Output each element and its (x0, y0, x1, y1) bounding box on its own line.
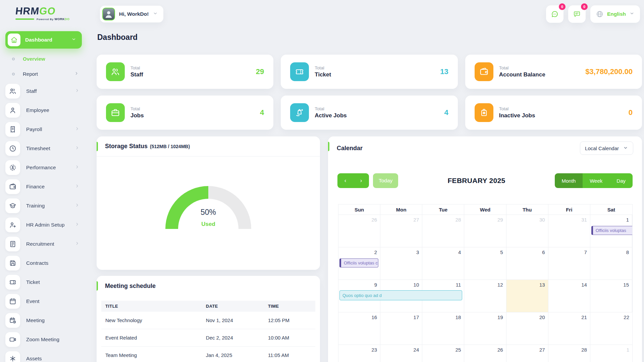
calendar-day-cell[interactable]: 21 (548, 312, 590, 345)
stat-card-jobs: TotalJobs4 (97, 96, 273, 130)
day-header-wed: Wed (464, 204, 506, 215)
sidebar-item-performance[interactable]: Performance (5, 158, 87, 177)
calendar-day-cell[interactable]: 20 (506, 312, 548, 345)
briefcase-icon (106, 103, 125, 122)
calendar-today-button[interactable]: Today (373, 173, 398, 188)
calendar-day-cell[interactable]: 16 (338, 312, 380, 345)
avatar (102, 8, 115, 20)
calendar-view-month-button[interactable]: Month (555, 173, 583, 188)
calendar-day-cell[interactable]: 26 (338, 215, 380, 247)
language-selector[interactable]: English (590, 5, 640, 23)
calendar-day-cell[interactable]: 8 (590, 247, 632, 280)
calendar-day-cell[interactable]: 17 (380, 312, 422, 345)
chat-badge: 0 (559, 3, 566, 10)
calendar-day-cell[interactable]: 28 (548, 345, 590, 362)
card-accent-bar (97, 281, 98, 291)
stat-text: TotalStaff (130, 65, 143, 78)
chat-button[interactable]: 0 (546, 5, 564, 23)
messages-badge: 0 (581, 3, 588, 10)
calendar-day-cell[interactable]: 26 (464, 345, 506, 362)
calendar-event[interactable]: Quos optio quo ad d (339, 290, 462, 300)
day-header-tue: Tue (422, 204, 464, 215)
calendar-day-cell[interactable]: 28 (422, 215, 464, 247)
card-accent-bar (328, 142, 329, 151)
stat-card-account-balance: TotalAccount Balance$3,780,200.00 (465, 55, 642, 89)
sidebar-item-hr-admin-setup[interactable]: HR Admin Setup (5, 215, 87, 234)
sidebar-item-meeting[interactable]: Meeting (5, 311, 87, 330)
calendar-day-cell[interactable]: 3 (380, 247, 422, 280)
sidebar-item-finance[interactable]: Finance (5, 177, 87, 196)
calendar-day-cell[interactable]: 22 (590, 312, 632, 345)
calendar-day-cell[interactable]: 4 (422, 247, 464, 280)
calendar-month-title: FEBRUARY 2025 (398, 177, 554, 185)
calendar-day-cell[interactable]: 7 (548, 247, 590, 280)
sidebar-item-label: Zoom Meeting (26, 337, 59, 343)
user-menu[interactable]: Hi, WorkDo! (100, 6, 163, 22)
calendar-card: Calendar Local Calendar ‹ › Today FEBRUA… (328, 136, 642, 362)
sidebar-item-label: Recruitment (26, 241, 54, 247)
calendar-day-cell[interactable]: 30 (506, 215, 548, 247)
calendar-day-cell[interactable]: 29 (464, 215, 506, 247)
sidebar-item-zoom-meeting[interactable]: Zoom Meeting (5, 330, 87, 349)
calendar-day-cell[interactable]: 19 (464, 312, 506, 345)
calendar-day-cell[interactable]: 27 (380, 215, 422, 247)
sidebar-item-label: Event (26, 298, 40, 304)
chevron-right-icon (74, 71, 79, 77)
day-header-sun: Sun (338, 204, 380, 215)
calendar-day-cell[interactable]: 31 (548, 215, 590, 247)
calendar-prev-button[interactable]: ‹ (337, 173, 353, 188)
sidebar-item-payroll[interactable]: Payroll (5, 120, 87, 139)
messages-button[interactable]: 0 (568, 5, 586, 23)
sidebar-item-label: Ticket (26, 279, 40, 285)
main-content: Hi, WorkDo! 0 0 English Dashboard TotalS… (87, 0, 644, 362)
message-square-icon (573, 10, 581, 18)
calendar-day-cell[interactable]: 1 (590, 345, 632, 362)
calendar-day-cell[interactable]: 14 (548, 280, 590, 312)
calendar-day-cell[interactable]: 12 (464, 280, 506, 312)
sidebar-item-assets[interactable]: Assets (5, 349, 87, 362)
calendar-day-cell[interactable]: 13 (506, 280, 548, 312)
sidebar-item-dashboard[interactable]: Dashboard (5, 31, 82, 49)
calendar-view-day-button[interactable]: Day (609, 173, 633, 188)
calendar-day-cell[interactable]: 5 (464, 247, 506, 280)
calendar-event[interactable]: Officiis voluptas c (339, 258, 378, 267)
calendar-day-cell[interactable]: 24 (380, 345, 422, 362)
chevron-down-icon (629, 11, 635, 17)
sidebar-item-training[interactable]: Training (5, 196, 87, 215)
calendar-next-button[interactable]: › (353, 173, 369, 188)
calendar-week-row: 2627282930311Officiis voluptas (338, 215, 632, 247)
chevron-right-icon (74, 202, 80, 209)
calendar-view-week-button[interactable]: Week (583, 173, 609, 188)
calendar-toolbar: ‹ › Today FEBRUARY 2025 MonthWeekDay (328, 173, 642, 188)
chevron-right-icon (74, 88, 80, 95)
sidebar-item-employee[interactable]: Employee (5, 101, 87, 120)
sidebar-item-label: Finance (26, 184, 45, 190)
calendar-day-cell[interactable]: 23 (338, 345, 380, 362)
calendar-event[interactable]: Officiis voluptas (591, 226, 632, 235)
calendar-day-cell[interactable]: 25 (422, 345, 464, 362)
calendar-source-select[interactable]: Local Calendar (580, 141, 633, 155)
sidebar-item-contracts[interactable]: Contracts (5, 253, 87, 273)
stat-value: 13 (440, 67, 448, 76)
calendar-day-cell[interactable]: 6 (506, 247, 548, 280)
meeting-col-header: TITLE (101, 301, 202, 312)
calendar-day-cell[interactable]: 27 (506, 345, 548, 362)
table-row: Team MeetingJan 4, 202511:05 AM (101, 347, 315, 362)
sidebar-subitem-overview[interactable]: Overview (5, 51, 87, 66)
calendar-day-cell[interactable]: 15 (590, 280, 632, 312)
chevron-right-icon (74, 222, 80, 228)
sidebar-subitem-report[interactable]: Report (5, 66, 87, 81)
sidebar-item-timesheet[interactable]: Timesheet (5, 139, 87, 158)
stat-text: TotalActive Jobs (315, 106, 346, 119)
calendar-day-cell[interactable]: 18 (422, 312, 464, 345)
sidebar-item-recruitment[interactable]: Recruitment (5, 234, 87, 253)
app-logo[interactable]: HRMGO Powered By WORKDO (5, 5, 87, 21)
save-icon (5, 256, 20, 270)
calendar-title: Calendar (337, 145, 363, 152)
sidebar-item-event[interactable]: Event (5, 292, 87, 311)
sidebar-item-staff[interactable]: Staff (5, 81, 87, 101)
meeting-title: Event Related (101, 329, 202, 347)
chevron-down-icon (153, 11, 158, 17)
dashboard-subnav: OverviewReport (5, 51, 87, 81)
sidebar-item-ticket[interactable]: Ticket (5, 273, 87, 292)
